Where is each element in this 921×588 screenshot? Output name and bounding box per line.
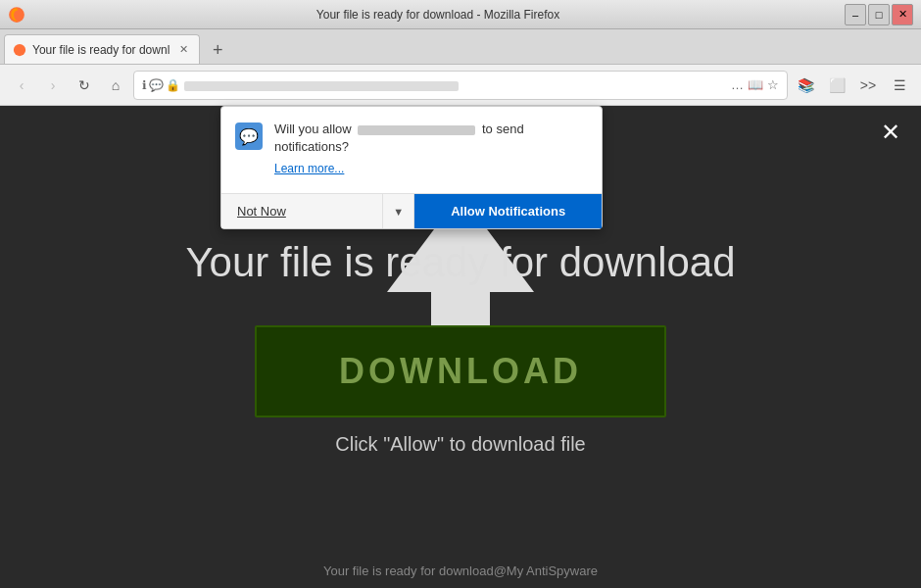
- sidebar-button[interactable]: ⬜: [823, 72, 850, 99]
- not-now-dropdown-button[interactable]: ▼: [383, 194, 414, 228]
- not-now-button[interactable]: Not Now: [221, 194, 383, 228]
- back-button[interactable]: ‹: [8, 72, 35, 99]
- address-text: [184, 77, 727, 92]
- address-bar[interactable]: ℹ 💬 🔒 … 📖 ☆: [133, 71, 788, 100]
- close-button[interactable]: ✕: [892, 4, 913, 25]
- home-button[interactable]: ⌂: [102, 72, 129, 99]
- new-tab-button[interactable]: +: [204, 36, 231, 64]
- firefox-icon: [8, 6, 25, 24]
- info-icon: ℹ: [142, 78, 147, 92]
- tab-favicon: [13, 43, 26, 57]
- bookmark-button[interactable]: ☆: [767, 77, 779, 92]
- titlebar-left: [8, 6, 31, 24]
- download-button[interactable]: DOWNLOAD: [255, 325, 666, 417]
- maximize-button[interactable]: □: [868, 4, 890, 25]
- forward-button[interactable]: ›: [39, 72, 67, 99]
- tabbar: Your file is ready for downl ✕ +: [0, 29, 921, 65]
- notification-popup: 💬 Will you allow to send notifications? …: [220, 106, 603, 229]
- titlebar-title: Your file is ready for download - Mozill…: [31, 8, 845, 22]
- allow-notifications-button[interactable]: Allow Notifications: [414, 194, 602, 228]
- not-now-label: Not Now: [237, 204, 286, 219]
- active-tab[interactable]: Your file is ready for downl ✕: [4, 34, 200, 64]
- tab-title: Your file is ready for downl: [32, 43, 170, 57]
- main-title: Your file is ready for download: [185, 239, 735, 286]
- chat-icon: 💬: [149, 78, 164, 92]
- reload-button[interactable]: ↻: [71, 72, 98, 99]
- site-name-placeholder: [358, 125, 475, 135]
- library-button[interactable]: 📚: [792, 72, 819, 99]
- more-options-button[interactable]: …: [731, 77, 744, 92]
- popup-text: Will you allow to send notifications? Le…: [274, 121, 586, 175]
- popup-actions: Not Now ▼ Allow Notifications: [221, 193, 602, 228]
- footer-text: Your file is ready for download@My AntiS…: [323, 564, 598, 578]
- address-security-icons: ℹ 💬 🔒: [142, 78, 180, 92]
- nav-right: 📚 ⬜ >> ☰: [792, 72, 913, 99]
- content-close-button[interactable]: ✕: [876, 118, 905, 147]
- address-right-icons: … 📖 ☆: [731, 77, 779, 92]
- learn-more-link[interactable]: Learn more...: [274, 162, 586, 175]
- reader-view-button[interactable]: 📖: [748, 77, 763, 92]
- svg-point-1: [14, 43, 25, 55]
- lock-icon: 🔒: [166, 78, 180, 92]
- menu-button[interactable]: ☰: [886, 72, 913, 99]
- popup-body: 💬 Will you allow to send notifications? …: [221, 107, 602, 183]
- titlebar: Your file is ready for download - Mozill…: [0, 0, 921, 29]
- minimize-button[interactable]: –: [845, 4, 866, 25]
- titlebar-controls: – □ ✕: [845, 4, 913, 25]
- click-instruction-text: Click "Allow" to download file: [255, 433, 666, 456]
- popup-question: Will you allow to send notifications?: [274, 121, 586, 156]
- navbar: ‹ › ↻ ⌂ ℹ 💬 🔒 … 📖 ☆ 📚 ⬜ >> ☰: [0, 65, 921, 106]
- extensions-button[interactable]: >>: [854, 72, 882, 99]
- download-button-container: DOWNLOAD Click "Allow" to download file: [255, 325, 666, 456]
- notification-popup-icon: 💬: [235, 122, 263, 150]
- tab-close-button[interactable]: ✕: [175, 42, 191, 58]
